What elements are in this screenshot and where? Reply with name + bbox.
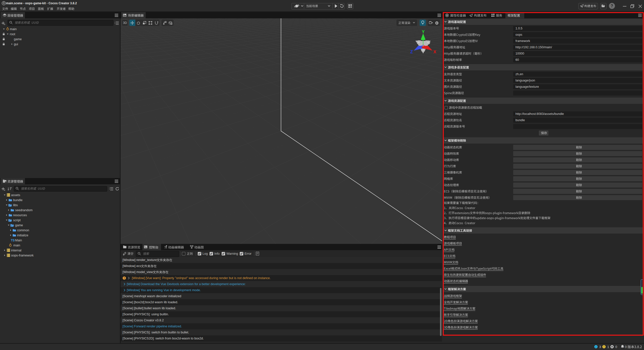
- svg-text:?: ?: [611, 4, 613, 8]
- svg-text:X: X: [433, 50, 436, 54]
- svg-text:Z: Z: [410, 50, 413, 54]
- svg-text:Y: Y: [422, 29, 425, 34]
